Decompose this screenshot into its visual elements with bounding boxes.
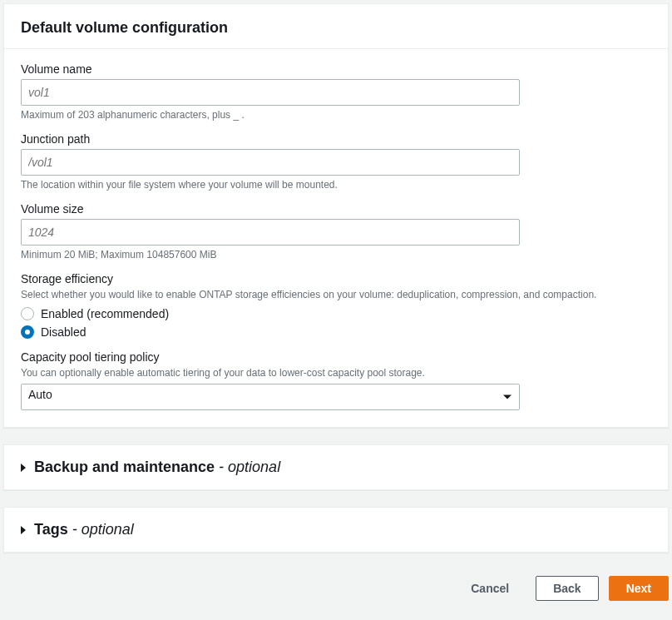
backup-maintenance-header[interactable]: Backup and maintenance - optional: [21, 459, 651, 476]
backup-maintenance-panel: Backup and maintenance - optional: [3, 444, 669, 490]
volume-size-help: Minimum 20 MiB; Maximum 104857600 MiB: [21, 249, 651, 260]
volume-size-label: Volume size: [21, 202, 651, 216]
back-button[interactable]: Back: [536, 576, 598, 601]
junction-path-label: Junction path: [21, 132, 651, 146]
next-button[interactable]: Next: [609, 576, 669, 601]
caret-right-icon: [21, 464, 26, 472]
radio-disabled[interactable]: Disabled: [21, 325, 651, 339]
storage-efficiency-group: Storage efficiency Select whether you wo…: [21, 272, 651, 339]
storage-efficiency-help: Select whether you would like to enable …: [21, 289, 651, 300]
volume-name-input[interactable]: [21, 79, 520, 106]
volume-name-label: Volume name: [21, 62, 651, 76]
tiering-policy-label: Capacity pool tiering policy: [21, 350, 651, 364]
junction-path-group: Junction path The location within your f…: [21, 132, 651, 191]
radio-circle-icon: [21, 307, 34, 320]
panel-body: Volume name Maximum of 203 alphanumeric …: [4, 49, 668, 427]
radio-disabled-label: Disabled: [41, 325, 86, 339]
tags-header[interactable]: Tags - optional: [21, 521, 651, 538]
tiering-policy-group: Capacity pool tiering policy You can opt…: [21, 350, 651, 410]
tags-panel: Tags - optional: [3, 507, 669, 553]
footer-actions: Cancel Back Next: [3, 569, 669, 608]
volume-size-group: Volume size Minimum 20 MiB; Maximum 1048…: [21, 202, 651, 260]
tags-optional-suffix: - optional: [68, 521, 134, 538]
radio-enabled-label: Enabled (recommended): [41, 307, 169, 320]
volume-config-panel: Default volume configuration Volume name…: [3, 3, 669, 428]
backup-maintenance-title: Backup and maintenance - optional: [34, 459, 280, 476]
storage-efficiency-label: Storage efficiency: [21, 272, 651, 285]
tiering-policy-help: You can optionally enable automatic tier…: [21, 367, 651, 379]
cancel-button[interactable]: Cancel: [454, 577, 526, 600]
backup-optional-suffix: - optional: [215, 459, 280, 475]
radio-enabled[interactable]: Enabled (recommended): [21, 307, 651, 320]
panel-header: Default volume configuration: [4, 4, 668, 49]
junction-path-help: The location within your file system whe…: [21, 179, 651, 191]
volume-name-group: Volume name Maximum of 203 alphanumeric …: [21, 62, 651, 121]
backup-title-text: Backup and maintenance: [34, 459, 215, 475]
tags-title-text: Tags: [34, 521, 68, 538]
volume-name-help: Maximum of 203 alphanumeric characters, …: [21, 109, 651, 121]
volume-size-input[interactable]: [21, 219, 520, 246]
caret-right-icon: [21, 526, 26, 534]
panel-title: Default volume configuration: [21, 19, 651, 37]
junction-path-input[interactable]: [21, 149, 520, 176]
tiering-policy-select-wrapper: Auto: [21, 384, 520, 410]
tags-title: Tags - optional: [34, 521, 134, 538]
tiering-policy-select[interactable]: Auto: [21, 384, 520, 410]
radio-circle-selected-icon: [21, 325, 34, 339]
storage-efficiency-radios: Enabled (recommended) Disabled: [21, 307, 651, 339]
